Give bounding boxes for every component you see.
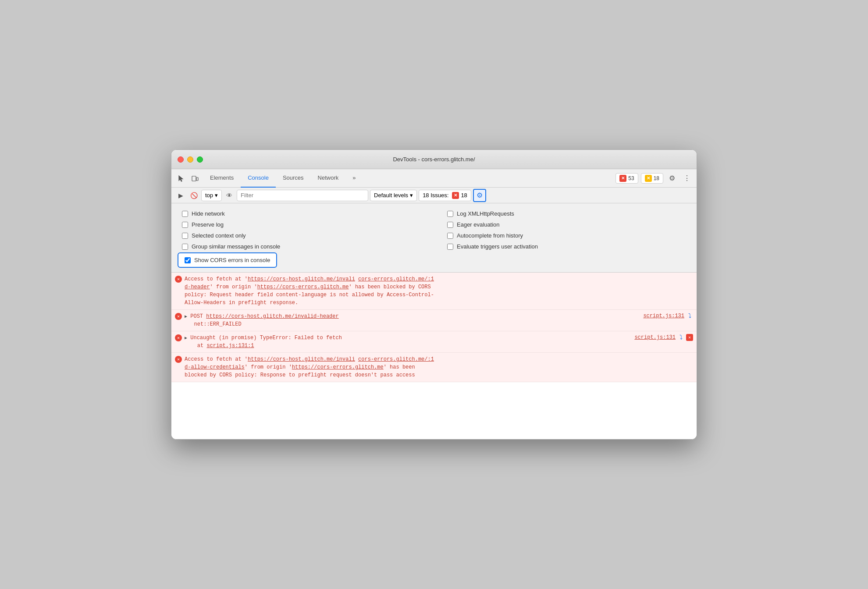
devtools-window: DevTools - cors-errors.glitch.me/ Elemen… [171,149,697,440]
context-label: top [205,192,213,199]
levels-label: Default levels [374,192,408,199]
console-message-3: ▶ Uncaught (in promise) TypeError: Faile… [185,334,627,350]
console-message-1: Access to fetch at 'https://cors-host.gl… [185,275,693,307]
selected-context-label: Selected context only [192,232,246,239]
context-dropdown-icon: ▾ [215,192,218,199]
group-similar-checkbox[interactable] [182,244,188,250]
main-toolbar: Elements Console Sources Network » ✕ 53 … [171,169,697,188]
log-xml-checkbox[interactable] [447,211,453,217]
secondary-toolbar: ▶ 🚫 top ▾ 👁 Default levels ▾ 18 Issues: … [171,188,697,203]
cors-link-1d[interactable]: https://cors-errors.glitch.me [257,284,349,290]
console-area: ✕ Access to fetch at 'https://cors-host.… [171,273,697,439]
preserve-log-label: Preserve log [192,221,224,228]
source-link-2[interactable]: script.js:131 [639,313,684,319]
cors-link-4c[interactable]: d-allow-credentials [185,364,245,370]
device-icon[interactable] [189,172,201,185]
show-cors-label: Show CORS errors in console [194,257,270,263]
levels-dropdown-icon: ▾ [410,192,413,199]
show-cors-row: Show CORS errors in console [178,252,277,268]
error-icon-2: ✕ [175,313,182,320]
group-similar-row: Group similar messages in console [182,243,421,250]
console-message-4: Access to fetch at 'https://cors-host.gl… [185,355,693,379]
cors-link-1b[interactable]: cors-errors.glitch.me/:1 [358,276,434,282]
autocomplete-checkbox[interactable] [447,233,453,239]
tab-elements[interactable]: Elements [203,169,241,188]
close-icon-3[interactable]: ✕ [686,334,693,341]
toolbar-right: ✕ 53 ✕ 18 ⚙ ⋮ [615,172,693,185]
tab-console[interactable]: Console [241,169,276,188]
levels-button[interactable]: Default levels ▾ [370,190,417,201]
errors-count: 53 [628,175,634,181]
selected-context-checkbox[interactable] [182,233,188,239]
errors-badge-button[interactable]: ✕ 53 [615,173,638,184]
settings-panel: Hide network Log XMLHttpRequests Preserv… [171,203,697,273]
source-area-3: script.js:131 ⤵ ✕ [630,334,693,341]
network-request-icon-3[interactable]: ⤵ [677,334,684,341]
minimize-button[interactable] [187,156,193,163]
log-xml-label: Log XMLHttpRequests [457,210,514,217]
settings-icon[interactable]: ⚙ [666,172,678,185]
context-selector[interactable]: top ▾ [201,190,222,201]
cors-link-4a[interactable]: https://cors-host.glitch.me/invali [248,356,355,362]
cursor-icon[interactable] [175,172,187,185]
svg-rect-1 [196,177,198,181]
tab-sources[interactable]: Sources [276,169,311,188]
run-icon[interactable]: ▶ [175,190,186,201]
close-button[interactable] [178,156,184,163]
eval-triggers-row: Evaluate triggers user activation [447,243,686,250]
source-area-2: script.js:131 ⤵ [639,312,693,319]
cors-link-1[interactable]: https://cors-host.glitch.me/invali [248,276,355,282]
eager-eval-label: Eager evaluation [457,221,500,228]
issues-count: 18 [461,192,467,199]
cors-link-4b[interactable]: cors-errors.glitch.me/:1 [358,356,434,362]
source-link-3[interactable]: script.js:131 [630,334,676,341]
eager-eval-checkbox[interactable] [447,222,453,228]
expand-icon-2[interactable]: ▶ [185,314,187,319]
issues-badge-icon: ✕ [452,192,459,199]
issues-button[interactable]: 18 Issues: ✕ 18 [419,190,471,201]
warning-icon: ✕ [645,175,652,182]
svg-rect-0 [192,176,196,181]
titlebar: DevTools - cors-errors.glitch.me/ [171,150,697,169]
console-row-2: ✕ ▶ POST https://cors-host.glitch.me/inv… [171,310,697,331]
console-row-4: ✕ Access to fetch at 'https://cors-host.… [171,353,697,382]
error-icon-1: ✕ [175,276,182,283]
clear-icon[interactable]: 🚫 [188,190,199,201]
tab-more[interactable]: » [345,169,363,188]
issues-label: 18 Issues: [423,192,448,199]
preserve-log-checkbox[interactable] [182,222,188,228]
maximize-button[interactable] [197,156,203,163]
hide-network-checkbox[interactable] [182,211,188,217]
hide-network-label: Hide network [192,210,225,217]
cors-row-container: Show CORS errors in console [182,255,686,265]
console-message-2: ▶ POST https://cors-host.glitch.me/inval… [185,312,636,328]
network-request-icon-2[interactable]: ⤵ [686,312,693,319]
console-row: ✕ Access to fetch at 'https://cors-host.… [171,273,697,310]
more-options-icon[interactable]: ⋮ [681,172,693,185]
autocomplete-row: Autocomplete from history [447,232,686,239]
error-icon-3: ✕ [175,334,182,341]
preserve-log-row: Preserve log [182,221,421,228]
post-link[interactable]: https://cors-host.glitch.me/invalid-head… [206,313,338,319]
console-settings-button[interactable]: ⚙ [473,189,486,202]
group-similar-label: Group similar messages in console [192,243,280,250]
eval-triggers-checkbox[interactable] [447,244,453,250]
autocomplete-label: Autocomplete from history [457,232,523,239]
source-link-inline[interactable]: script.js:131:1 [206,343,254,349]
hide-network-row: Hide network [182,210,421,217]
cors-link-4d[interactable]: https://cors-errors.glitch.me [292,364,384,370]
console-row-3: ✕ ▶ Uncaught (in promise) TypeError: Fai… [171,331,697,353]
eval-triggers-label: Evaluate triggers user activation [457,243,538,250]
eye-icon[interactable]: 👁 [224,190,235,201]
window-title: DevTools - cors-errors.glitch.me/ [393,156,475,163]
filter-input[interactable] [237,190,368,201]
tab-network[interactable]: Network [311,169,346,188]
log-xml-row: Log XMLHttpRequests [447,210,686,217]
traffic-lights [178,156,203,163]
warnings-badge-button[interactable]: ✕ 18 [641,173,663,184]
cors-link-1c[interactable]: d-header [185,284,210,290]
show-cors-checkbox[interactable] [185,257,191,263]
tab-bar: Elements Console Sources Network » [203,169,363,188]
expand-icon-3[interactable]: ▶ [185,336,187,341]
settings-grid: Hide network Log XMLHttpRequests Preserv… [182,210,686,250]
